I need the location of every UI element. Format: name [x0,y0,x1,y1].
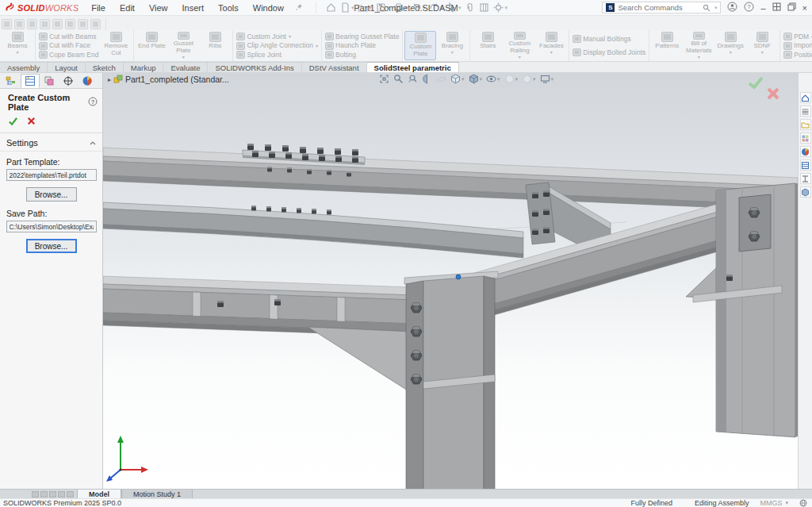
display-style-icon[interactable]: ▾ [469,74,483,84]
layout-columns-icon[interactable] [477,2,491,13]
ribbon-bill-of-materials[interactable]: Bill of Materials▾ [683,31,714,60]
cancel-x-button[interactable] [26,116,36,128]
tab-evaluate[interactable]: Evaluate [163,62,208,72]
mini-tool-icon-5[interactable] [52,19,63,29]
view-orientation-icon[interactable]: ▾ [450,74,465,84]
menu-insert[interactable]: Insert [176,2,211,14]
select-button[interactable]: ▾ [446,2,463,13]
custom-properties-icon[interactable] [800,159,811,171]
ribbon-bracing[interactable]: Bracing▾ [436,31,468,60]
feature-tree-root-label[interactable]: Part1_completed (Standar... [125,75,229,84]
tab-scroll-first-button[interactable] [32,491,39,497]
menu-tools[interactable]: Tools [212,2,245,14]
restore-button[interactable] [787,2,796,13]
ribbon-patterns[interactable]: Patterns [651,31,683,60]
tab-dstv-assistant[interactable]: DStV Assistant [302,62,367,72]
ribbon-stairs[interactable]: Stairs [472,31,504,60]
tree-expand-arrow[interactable]: ▸ [108,76,111,83]
ribbon-ribs[interactable]: Ribs [199,31,231,60]
mini-tool-icon-8[interactable] [90,19,101,29]
graphics-viewport[interactable]: ▸ Part1_completed (Standar... ▾ ▾ ▾ ▾ ▾ … [103,73,798,489]
ribbon-manual-boltings[interactable]: Manual Boltings [573,35,645,43]
tab-sketch[interactable]: Sketch [86,62,124,72]
ribbon-cope-beam-end[interactable]: Cope Beam End [39,51,98,59]
print-button[interactable]: ▾ [392,2,409,13]
displaymanager-tab[interactable] [78,74,97,88]
units-indicator[interactable]: MMGS [760,499,785,507]
home-button[interactable] [324,2,338,13]
tab-solidsteel-parametric[interactable]: SolidSteel parametric [367,62,459,72]
tab-list-button[interactable] [67,491,74,497]
tab-assembly[interactable]: Assembly [0,62,48,72]
ribbon-pdm-equal-part[interactable]: PDM - Equal Part Detection [783,33,812,40]
tab-layout[interactable]: Layout [48,62,86,72]
tab-markup[interactable]: Markup [124,62,164,72]
solidsteel-manager-icon[interactable] [800,173,811,184]
save-path-input[interactable] [6,221,97,232]
units-dropdown-caret[interactable]: ▾ [785,500,799,506]
attach-icon[interactable] [463,2,477,13]
view-palette-icon[interactable] [800,133,811,144]
ribbon-end-plate[interactable]: End Plate [136,31,167,60]
ribbon-custom-joint[interactable]: Custom Joint▾ [236,33,318,40]
ribbon-haunch-plate[interactable]: Haunch Plate [325,42,399,50]
file-explorer-icon[interactable] [800,119,811,130]
ribbon-import-assembly[interactable]: Import Assembly [783,42,812,50]
ribbon-display-bolted-joints[interactable]: Display Bolted Joints [573,48,645,56]
featuremanager-tab[interactable] [2,74,21,88]
open-document-button[interactable]: ▾ [356,2,373,13]
motion-study-tab[interactable]: Motion Study 1 [121,490,193,498]
ribbon-remove-cut[interactable]: Remove Cut [100,31,132,60]
confirm-cancel-icon[interactable] [766,87,780,100]
mini-tool-icon-2[interactable] [14,19,25,29]
ribbon-position-assembly[interactable]: Position Assembly [783,51,812,59]
mini-tool-icon-1[interactable] [2,19,12,29]
model-tab[interactable]: Model [77,490,121,498]
dimxpertmanager-tab[interactable] [59,74,78,88]
apply-scene-icon[interactable]: ▾ [522,74,536,84]
ribbon-cut-with-face[interactable]: Cut with Face [39,42,98,50]
pin-menu-icon[interactable] [295,3,303,13]
tab-solidworks-addins[interactable]: SOLIDWORKS Add-Ins [208,62,301,72]
view-settings-icon[interactable]: ▾ [540,74,554,84]
search-scope-icon[interactable]: S [606,3,615,12]
menu-window[interactable]: Window [247,2,290,14]
save-button[interactable]: ▾ [374,2,392,13]
options-gear-button[interactable]: ▾ [492,2,509,13]
maximize-button[interactable] [772,2,781,13]
globe-icon[interactable] [799,499,807,507]
ribbon-facades[interactable]: Facades▾ [535,31,567,60]
mini-tool-icon-7[interactable] [78,19,88,29]
confirm-ok-icon[interactable] [747,76,764,89]
menu-edit[interactable]: Edit [113,2,141,14]
zoom-to-fit-icon[interactable] [379,74,389,84]
settings-section-header[interactable]: Settings [0,133,102,152]
ribbon-clip-angle-connection[interactable]: Clip Angle Connection▾ [236,42,318,50]
ribbon-splice-joint[interactable]: Splice Joint [236,51,318,59]
propertymanager-tab[interactable] [21,74,40,88]
browse-template-button[interactable]: Browse... [26,187,77,202]
ribbon-sdnf[interactable]: SDNF▾ [746,31,778,60]
mini-tool-icon-6[interactable] [65,19,75,29]
measure-icon[interactable] [436,74,446,84]
tab-scroll-next-button[interactable] [49,491,56,497]
search-icon[interactable] [703,4,710,12]
ribbon-custom-plate-active[interactable]: Custom Plate [404,31,436,60]
previous-view-icon[interactable] [408,74,418,84]
tab-scroll-last-button[interactable] [58,491,65,497]
help-icon[interactable]: ? [744,2,754,13]
ribbon-drawings[interactable]: Drawings▾ [714,31,746,60]
ribbon-bolting[interactable]: Bolting [325,51,399,59]
redo-button[interactable]: ▾ [427,2,445,13]
design-library-icon[interactable] [800,106,811,117]
part-template-input[interactable] [6,169,97,181]
ribbon-cut-with-beams[interactable]: Cut with Beams [39,33,98,40]
feature-tree-root[interactable]: ▸ Part1_completed (Standar... [108,75,229,84]
undo-button[interactable]: ▾ [410,2,427,13]
user-account-icon[interactable] [727,2,737,13]
forum-icon[interactable] [800,186,811,198]
browse-save-button[interactable]: Browse... [26,239,77,253]
minimize-button[interactable]: – [760,3,765,13]
ribbon-gusset-plate[interactable]: Gusset Plate▾ [167,31,199,60]
ribbon-bearing-gusset-plate[interactable]: Bearing Gusset Plate [325,33,399,40]
